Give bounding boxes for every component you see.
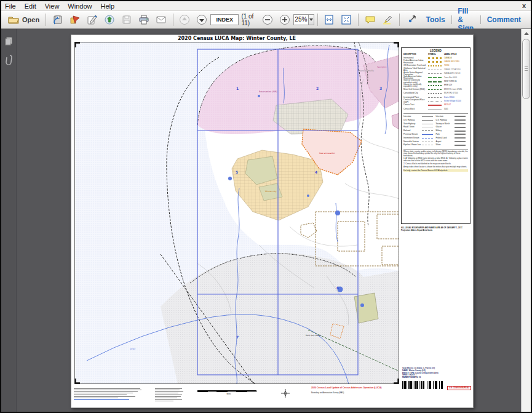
- comment-panel-button[interactable]: Comment: [481, 15, 527, 24]
- legend-row-symbol: [428, 65, 444, 66]
- legend-row-description: Glacier: [436, 126, 455, 128]
- page-count-label: (1 of 11): [241, 13, 255, 26]
- upload-cloud-button[interactable]: [101, 13, 117, 26]
- menu-item[interactable]: Edit: [25, 2, 36, 10]
- menu-item[interactable]: Help: [100, 2, 114, 10]
- fit-page-icon: [341, 14, 352, 25]
- document-area: 2020 Census LUCA Map: Winter County, LE: [1, 29, 531, 412]
- legend-row-labelstyle: MILFORD 47500: [444, 92, 468, 94]
- triangle-up-icon: [524, 32, 529, 35]
- legend-fills-column: Interstate U.S. Highway Swamp or Marsh: [436, 115, 469, 147]
- arrow-down-icon: [196, 14, 207, 25]
- legend-row-labelstyle: Incline Village 35100: [444, 100, 468, 102]
- toolbar-separator: [358, 14, 359, 26]
- legend-rows: International CANADA Federal American In…: [403, 56, 468, 111]
- legend-note: 1. A ' following an MCD name denotes a f…: [403, 158, 468, 162]
- toolbar-separator: [46, 14, 46, 26]
- legend-row-description: Interstate: [436, 116, 455, 118]
- legend-row-symbol: [455, 130, 469, 132]
- zoom-level-value[interactable]: 25%: [293, 14, 308, 25]
- menu-item[interactable]: File: [5, 2, 16, 10]
- legend-row-labelstyle: L'ANSE RES 1880: [444, 61, 468, 63]
- pen-icon: [87, 14, 98, 25]
- legend-row-labelstyle: 9813.07: [444, 104, 468, 106]
- vertical-scrollbar[interactable]: [521, 29, 531, 412]
- scrollbar-thumb[interactable]: [522, 39, 530, 99]
- plus-icon: [279, 14, 290, 25]
- pan-arrows-icon: [406, 14, 417, 25]
- highlight-button[interactable]: [379, 13, 395, 26]
- legend-row-labelstyle: CANADA: [444, 57, 468, 59]
- send-file-button[interactable]: [67, 13, 83, 26]
- legend-row-symbol: [428, 93, 444, 94]
- legend-notes: Where state, county, and/or minor civil …: [403, 149, 468, 168]
- sheet-number: 5: [236, 170, 238, 174]
- fit-page-button[interactable]: [338, 13, 354, 26]
- place-label: Wahkiakumville: [359, 70, 374, 72]
- legend-row-description: Railroad: [403, 130, 422, 132]
- legend-row-labelstyle: Tama Res 9400: [444, 77, 468, 79]
- legend-row-description: State Highway: [403, 123, 422, 125]
- fit-width-button[interactable]: [321, 13, 337, 26]
- menu-item[interactable]: Window: [68, 2, 92, 10]
- note-line: Projection: Albers Equal Area Conic: [401, 230, 470, 232]
- legend-row-symbol: [428, 97, 444, 98]
- print-button[interactable]: [136, 13, 152, 26]
- fit-width-icon: [324, 14, 335, 25]
- legend-row-description: International: [403, 57, 428, 59]
- legend-row-symbol: [455, 123, 469, 124]
- legend-row-description: Minor Civil Division (MCD): [403, 89, 428, 90]
- legend-row-symbol: [455, 134, 469, 135]
- toolbar: Open (1 of 11) 25% Tools Fill & Sign: [1, 11, 531, 29]
- arrow-up-icon: [179, 14, 190, 25]
- legend-row-symbol: [428, 73, 444, 74]
- save-disabled-button[interactable]: [119, 13, 135, 26]
- zoom-dropdown-button[interactable]: [309, 14, 314, 25]
- menu-item[interactable]: View: [45, 2, 60, 10]
- page-thumbnails-icon[interactable]: [4, 36, 14, 46]
- marquee-zoom-button[interactable]: [403, 13, 419, 26]
- sheet-number: 3: [379, 86, 382, 90]
- toolbar-separator: [173, 14, 173, 26]
- legend-note: 2. Census blocks not labeled on the map …: [403, 163, 468, 165]
- page-number-input[interactable]: [210, 14, 239, 25]
- sheet-number: 1: [236, 86, 239, 90]
- zoom-out-button[interactable]: [260, 13, 276, 26]
- scrollbar-up-button[interactable]: [522, 29, 531, 38]
- census-bureau-logo: U.S. CENSUS BUREAU: [447, 386, 471, 390]
- legend-row-symbol: [422, 120, 436, 121]
- next-page-button[interactable]: [194, 13, 210, 26]
- sign-button[interactable]: [84, 13, 100, 26]
- legend-headers: DESCRIPTION SYMBOL LABEL STYLE: [403, 53, 468, 55]
- boundary-date-note: ALL LEGAL BOUNDARIES AND NAMES ARE AS OF…: [401, 227, 470, 231]
- comment-bubble-button[interactable]: [362, 13, 378, 26]
- legend-row-symbol: [428, 81, 444, 82]
- legend-row-description: Airport: [436, 141, 455, 143]
- reservation-label: Reservation (AIR): [259, 90, 277, 93]
- legend-row-symbol: [455, 141, 469, 142]
- email-button[interactable]: [153, 13, 169, 26]
- legend-note: Where state, county, and/or minor civil …: [403, 151, 468, 157]
- legend-row-description: Water: [436, 144, 455, 146]
- luca-title: 2020 Census Local Update of Census Addre…: [311, 387, 403, 390]
- attachments-paperclip-icon[interactable]: [4, 54, 14, 65]
- census-map: 1 2 3 4 5 6 7 Reservation (AIR) Wahkiaku…: [74, 42, 399, 384]
- cloud-upload-icon: [104, 14, 115, 25]
- legend-row-symbol: [428, 101, 444, 102]
- legend-row-labelstyle: T1880: [444, 65, 468, 66]
- sheet-info-block: Total Sheets: 11 (Index: 1, Parent: 10)N…: [402, 367, 471, 389]
- legend-row-symbol: [455, 127, 469, 128]
- annexation-label: New annexation: [319, 152, 335, 154]
- sheet-number: 4: [315, 170, 317, 174]
- previous-page-button[interactable]: [177, 13, 193, 26]
- legend-row-description: Federal Land: [436, 137, 455, 139]
- water-label: strait: [130, 348, 136, 350]
- save-button[interactable]: [50, 13, 66, 26]
- toolbar-separator: [317, 14, 318, 26]
- open-button[interactable]: Open: [6, 13, 42, 26]
- legend-row: Pipeline / Power Line: [403, 143, 436, 147]
- legend-row-symbol: [422, 142, 436, 142]
- legend-row-symbol: [422, 134, 436, 135]
- zoom-in-button[interactable]: [277, 13, 293, 26]
- tools-panel-button[interactable]: Tools: [420, 15, 451, 24]
